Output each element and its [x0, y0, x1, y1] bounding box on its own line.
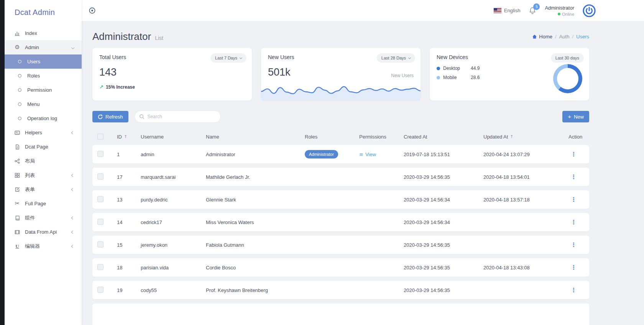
- permissions-view-link[interactable]: ≡View: [359, 152, 376, 157]
- row-checkbox[interactable]: [97, 173, 104, 180]
- main-area: English 5 Administrator Online: [82, 0, 644, 325]
- book-icon: [14, 215, 21, 221]
- chevron-down-icon: [240, 56, 242, 59]
- sidebar-item-admin[interactable]: ⚙Admin: [5, 40, 82, 54]
- row-checkbox[interactable]: [97, 264, 104, 270]
- language-selector[interactable]: English: [494, 8, 521, 13]
- page-title-block: AdministratorList: [92, 31, 163, 43]
- logout-button[interactable]: [583, 4, 596, 17]
- app-logo[interactable]: Dcat Admin: [5, 0, 82, 25]
- table-row: 13 purdy.dedric Glennie Stark 2020-03-29…: [92, 190, 589, 209]
- sidebar-item-components[interactable]: 组件: [5, 211, 82, 225]
- cell-name: Administrator: [206, 152, 305, 157]
- sidebar-item-label: 列表: [25, 172, 72, 179]
- row-checkbox[interactable]: [97, 219, 104, 225]
- page-subtitle: List: [155, 35, 163, 41]
- sidebar-item-roles[interactable]: Roles: [5, 69, 82, 83]
- select-all-checkbox[interactable]: [97, 134, 104, 140]
- column-header-roles: Roles: [305, 134, 359, 140]
- role-badge: Administrator: [305, 150, 338, 158]
- sidebar-item-label: Users: [27, 59, 82, 64]
- row-checkbox[interactable]: [97, 241, 104, 247]
- trend-up-icon: ↗: [99, 84, 104, 90]
- cell-username: cedrick17: [141, 219, 206, 225]
- plus-icon: +: [568, 114, 571, 119]
- row-actions-button[interactable]: ⋮: [568, 287, 579, 294]
- row-actions-button[interactable]: ⋮: [568, 264, 579, 271]
- nav-toggle-icon[interactable]: [89, 7, 96, 14]
- us-flag-icon: [494, 8, 501, 13]
- column-header-action: Action: [565, 134, 589, 140]
- mobile-dot-icon: [437, 76, 440, 79]
- new-users-range-select[interactable]: Last 28 Days: [377, 53, 415, 63]
- page-header: AdministratorList Home / Auth / Users: [92, 31, 589, 43]
- circle-icon: [16, 117, 23, 120]
- metric-cards: Total Users Last 7 Days 143 ↗ 15% Increa…: [92, 48, 589, 101]
- breadcrumb-home[interactable]: Home: [532, 34, 552, 40]
- sidebar-item-label: 组件: [25, 214, 72, 221]
- notifications-button[interactable]: 5: [529, 7, 536, 15]
- refresh-button[interactable]: Refresh: [92, 111, 128, 122]
- cell-id: 15: [117, 242, 141, 248]
- row-actions-button[interactable]: ⋮: [568, 196, 579, 203]
- sidebar-item-operation-log[interactable]: Operation log: [5, 111, 82, 125]
- left-edge-strip: [0, 0, 5, 325]
- total-users-range-select[interactable]: Last 7 Days: [210, 53, 246, 63]
- chevron-left-icon: [71, 244, 74, 247]
- topbar: English 5 Administrator Online: [82, 0, 644, 21]
- cell-created-at: 2020-03-29 14:56:35: [404, 242, 483, 248]
- online-dot-icon: [558, 13, 560, 15]
- sidebar-item-label: Index: [25, 30, 82, 36]
- new-users-value-row: 501k New Users: [268, 66, 414, 78]
- sidebar-item-index[interactable]: Index: [5, 26, 82, 40]
- breadcrumb-auth[interactable]: Auth: [559, 34, 570, 40]
- sidebar-item-menu[interactable]: Menu: [5, 97, 82, 111]
- cell-action: ⋮: [565, 219, 589, 226]
- sidebar-item-full-page[interactable]: ✂Full Page: [5, 196, 82, 211]
- circle-icon: [16, 102, 23, 106]
- sidebar-item-layout[interactable]: 布局: [5, 154, 82, 168]
- sort-asc-icon: ↑: [510, 134, 513, 139]
- search-input[interactable]: [135, 111, 221, 123]
- cell-updated-at: 2020-04-18 13:54:01: [483, 174, 565, 180]
- sidebar-item-list[interactable]: 列表: [5, 168, 82, 182]
- cell-permissions: ≡View: [359, 152, 404, 157]
- sidebar-item-label: Admin: [25, 45, 72, 50]
- app-window: Dcat Admin Index⚙AdminUsersRolesPermissi…: [0, 0, 644, 325]
- row-actions-button[interactable]: ⋮: [568, 173, 579, 180]
- sidebar-item-dcat-page[interactable]: Dcat Page: [5, 140, 82, 154]
- sidebar-item-editor[interactable]: U编辑器: [5, 239, 82, 253]
- row-actions-button[interactable]: ⋮: [568, 151, 579, 158]
- sidebar-item-users[interactable]: Users: [5, 54, 82, 69]
- cell-id: 13: [117, 197, 141, 203]
- row-checkbox[interactable]: [97, 151, 104, 157]
- row-actions-button[interactable]: ⋮: [568, 219, 579, 226]
- cell-username: jeremy.okon: [141, 242, 206, 248]
- new-users-caption: New Users: [391, 73, 414, 78]
- underline-icon: U: [14, 243, 21, 249]
- cell-id: 17: [117, 174, 141, 180]
- column-header-id[interactable]: ID↑: [117, 134, 141, 140]
- new-devices-range-select[interactable]: Last 30 days: [551, 53, 584, 63]
- new-users-value: 501k: [268, 66, 291, 78]
- row-actions-button[interactable]: ⋮: [568, 241, 579, 248]
- table-row: 14 cedrick17 Miss Veronica Waters 2020-0…: [92, 213, 589, 231]
- sidebar-item-label: 布局: [25, 158, 82, 165]
- total-users-trend: ↗ 15% Increase: [99, 84, 245, 90]
- row-checkbox[interactable]: [97, 196, 104, 202]
- new-button[interactable]: + New: [562, 111, 589, 122]
- cell-name: Miss Veronica Waters: [206, 219, 305, 225]
- trend-label: 15% Increase: [106, 84, 135, 90]
- sidebar-item-form[interactable]: 表单: [5, 182, 82, 196]
- table-row: 19 cody55 Prof. Keyshawn Breitenberg 202…: [92, 281, 589, 299]
- table-header: ID↑ Username Name Roles Permissions Crea…: [92, 130, 589, 144]
- column-header-updated-at[interactable]: Updated At↑: [483, 134, 565, 140]
- select-all-cell: [92, 134, 117, 140]
- breadcrumb-users[interactable]: Users: [576, 34, 589, 40]
- row-checkbox[interactable]: [97, 287, 104, 293]
- sidebar-item-permission[interactable]: Permission: [5, 83, 82, 97]
- sidebar-item-helpers[interactable]: Helpers: [5, 125, 82, 140]
- user-menu[interactable]: Administrator Online: [545, 5, 574, 16]
- sidebar-item-data-from-api[interactable]: Data From Api: [5, 225, 82, 239]
- chevron-down-icon: [408, 56, 411, 59]
